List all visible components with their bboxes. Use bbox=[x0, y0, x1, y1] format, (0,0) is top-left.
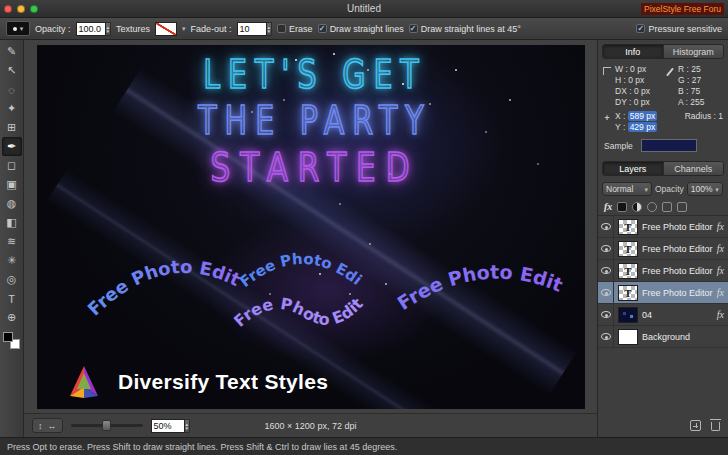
promo-badge[interactable]: PixelStyle Free Foru bbox=[641, 3, 724, 15]
brand-row: Diversify Text Styles bbox=[63, 364, 328, 400]
adjustment-layer-button[interactable] bbox=[632, 202, 642, 212]
zoom-slider[interactable] bbox=[71, 424, 143, 427]
fill-layer-button[interactable] bbox=[617, 202, 627, 212]
brush-dot-icon bbox=[13, 27, 17, 31]
dy-value: DY : 0 px bbox=[615, 97, 662, 108]
view-options-widget[interactable]: ↕ ↔ bbox=[32, 418, 63, 433]
color-sampler-tool[interactable]: ⊕ bbox=[2, 308, 22, 327]
traffic-lights bbox=[4, 5, 38, 13]
crop-tool[interactable]: ⊞ bbox=[2, 118, 22, 137]
layer-row[interactable]: Background bbox=[598, 326, 728, 348]
layer-opacity-dropdown[interactable]: 100% ▾ bbox=[687, 182, 723, 196]
gradient-tool[interactable]: ◧ bbox=[2, 213, 22, 232]
group-button[interactable] bbox=[662, 202, 672, 212]
blend-mode-dropdown[interactable]: Normal ▾ bbox=[602, 182, 652, 196]
fadeout-stepper[interactable]: ▴ ▾ bbox=[267, 22, 273, 36]
layer-row-selected[interactable]: T Free Photo Editor fx bbox=[598, 282, 728, 304]
mask-button[interactable] bbox=[647, 202, 657, 212]
brush-shape-dropdown[interactable]: ▾ bbox=[6, 21, 30, 36]
svg-text:Free Photo Editor: Free Photo Editor bbox=[37, 45, 566, 314]
app-window: Untitled PixelStyle Free Foru ▾ Opacity … bbox=[0, 0, 728, 455]
smudge-tool[interactable]: ≋ bbox=[2, 232, 22, 251]
brush-tool[interactable]: ✒ bbox=[2, 137, 22, 156]
text-tool[interactable]: T bbox=[2, 289, 22, 308]
eye-icon bbox=[601, 289, 611, 296]
effects-tool[interactable]: ✳ bbox=[2, 251, 22, 270]
eraser-icon: ◻ bbox=[7, 159, 16, 172]
fx-button[interactable]: fx bbox=[604, 201, 612, 212]
pencil-tool[interactable]: ✎ bbox=[2, 42, 22, 61]
opacity-input[interactable]: 100.0 bbox=[76, 22, 106, 36]
pressure-sensitive-checkbox[interactable]: ✓ Pressure sensitive bbox=[636, 24, 722, 34]
close-window-button[interactable] bbox=[4, 5, 12, 13]
texture-swatch[interactable] bbox=[155, 22, 177, 36]
wand-tool[interactable]: ✦ bbox=[2, 99, 22, 118]
blue-value: B : 75 bbox=[678, 86, 725, 97]
layer-row[interactable]: 04 fx bbox=[598, 304, 728, 326]
foreground-color-swatch[interactable] bbox=[3, 332, 13, 342]
image-layer-thumbnail bbox=[618, 307, 638, 323]
pinwheel-logo-icon bbox=[63, 364, 105, 400]
lasso-tool[interactable]: ◌ bbox=[2, 80, 22, 99]
zoom-stepper[interactable]: ▴ ▾ bbox=[185, 419, 191, 433]
canvas[interactable]: LET'S GET THE PARTY STARTED bbox=[37, 45, 585, 409]
layer-fx-badge[interactable]: fx bbox=[717, 265, 724, 276]
zoom-window-button[interactable] bbox=[30, 5, 38, 13]
erase-checkbox[interactable]: Erase bbox=[277, 24, 313, 34]
zoom-level-input[interactable]: 50% bbox=[151, 419, 185, 433]
lock-button[interactable] bbox=[677, 202, 687, 212]
cursor-position: + X : 589 px Y : 429 px Radius : 1 bbox=[598, 108, 728, 133]
chevron-down-icon[interactable]: ▾ bbox=[182, 25, 186, 32]
bucket-tool[interactable]: ◍ bbox=[2, 194, 22, 213]
layer-fx-badge[interactable]: fx bbox=[717, 309, 724, 320]
visibility-toggle[interactable] bbox=[598, 260, 614, 281]
zoom-icon: ◎ bbox=[7, 273, 17, 286]
status-message: Press Opt to erase. Press Shift to draw … bbox=[7, 442, 397, 452]
draw-straight-lines-checkbox[interactable]: ✓ Draw straight lines bbox=[318, 24, 404, 34]
y-value: 429 px bbox=[628, 122, 658, 132]
text-layer-thumbnail: T bbox=[618, 263, 638, 279]
eye-icon bbox=[601, 245, 611, 252]
tab-channels[interactable]: Channels bbox=[664, 162, 724, 175]
visibility-toggle[interactable] bbox=[598, 216, 614, 237]
opacity-stepper[interactable]: ▴ ▾ bbox=[106, 22, 112, 36]
info-histogram-tabs: Info Histogram bbox=[602, 44, 724, 59]
color-swatches[interactable] bbox=[3, 332, 20, 349]
layer-fx-badge[interactable]: fx bbox=[717, 243, 724, 254]
pencil-icon: ✎ bbox=[7, 45, 16, 58]
visibility-toggle[interactable] bbox=[598, 326, 614, 347]
visibility-toggle[interactable] bbox=[598, 304, 614, 325]
eye-icon bbox=[601, 223, 611, 230]
checkbox-icon: ✓ bbox=[409, 24, 418, 33]
layer-fx-badge[interactable]: fx bbox=[717, 287, 724, 298]
draw-straight-lines-45-checkbox[interactable]: ✓ Draw straight lines at 45° bbox=[409, 24, 521, 34]
erase-label: Erase bbox=[289, 24, 313, 34]
minimize-window-button[interactable] bbox=[17, 5, 25, 13]
tab-layers[interactable]: Layers bbox=[603, 162, 664, 175]
stamp-tool[interactable]: ▣ bbox=[2, 175, 22, 194]
move-tool[interactable]: ↖ bbox=[2, 61, 22, 80]
layer-row[interactable]: T Free Photo Editor fx bbox=[598, 216, 728, 238]
visibility-toggle[interactable] bbox=[598, 238, 614, 259]
eyedropper-icon bbox=[666, 68, 674, 77]
x-value: 589 px bbox=[628, 111, 658, 121]
zoom-tool[interactable]: ◎ bbox=[2, 270, 22, 289]
right-panel: Info Histogram W : 0 px H : 0 px DX : 0 … bbox=[597, 40, 728, 437]
tab-info[interactable]: Info bbox=[603, 45, 664, 58]
zoom-slider-thumb[interactable] bbox=[102, 420, 111, 431]
position-icon: + bbox=[601, 111, 613, 133]
layer-name: Free Photo Editor bbox=[642, 244, 717, 254]
new-layer-button[interactable] bbox=[690, 420, 701, 431]
layer-row[interactable]: T Free Photo Editor fx bbox=[598, 260, 728, 282]
visibility-toggle[interactable] bbox=[598, 282, 614, 303]
eraser-tool[interactable]: ◻ bbox=[2, 156, 22, 175]
layer-fx-badge[interactable]: fx bbox=[717, 221, 724, 232]
sample-color-swatch bbox=[641, 139, 697, 152]
tab-histogram[interactable]: Histogram bbox=[664, 45, 724, 58]
green-value: G : 27 bbox=[678, 75, 725, 86]
dx-value: DX : 0 px bbox=[615, 86, 662, 97]
text-layer-thumbnail: T bbox=[618, 219, 638, 235]
delete-layer-button[interactable] bbox=[711, 422, 720, 431]
fadeout-input[interactable]: 10 bbox=[237, 22, 267, 36]
layer-row[interactable]: T Free Photo Editor fx bbox=[598, 238, 728, 260]
